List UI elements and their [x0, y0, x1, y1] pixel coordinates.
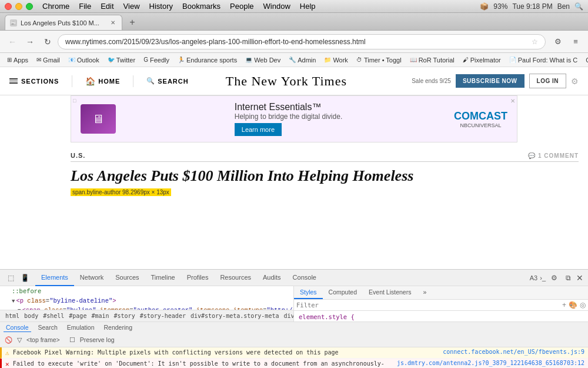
- bookmark-gmail[interactable]: ✉ Gmail: [33, 55, 64, 65]
- html-line[interactable]: <p class="byline-dateline">: [0, 297, 293, 306]
- console-message-source-2[interactable]: js.dmtry.com/antenna2.js?0_3879_12216463…: [397, 360, 584, 366]
- html-tag: >: [112, 297, 116, 304]
- bookmark-pixelmator[interactable]: 🖌 Pixelmator: [459, 55, 505, 65]
- shadow-icon[interactable]: ◎: [580, 301, 586, 309]
- triangle-icon[interactable]: [12, 299, 15, 304]
- menu-help[interactable]: Help: [300, 2, 316, 11]
- forward-button[interactable]: →: [22, 34, 38, 49]
- breadcrumb-story[interactable]: #story: [112, 312, 137, 320]
- devtools-tab-resources[interactable]: Resources: [214, 270, 257, 286]
- console-preserve-log-checkbox[interactable]: ☐: [69, 336, 75, 343]
- article-title: Los Angeles Puts $100 Million Into Helpi…: [71, 167, 579, 185]
- menu-people[interactable]: People: [230, 2, 253, 11]
- console-tab-emulation[interactable]: Emulation: [65, 323, 97, 331]
- menu-history[interactable]: History: [149, 2, 173, 11]
- bookmark-work[interactable]: 📁 Work: [320, 55, 351, 65]
- add-style-icon[interactable]: +: [562, 301, 566, 309]
- subscribe-button[interactable]: SUBSCRIBE NOW: [456, 74, 524, 88]
- menu-bookmarks[interactable]: Bookmarks: [182, 2, 220, 11]
- bookmark-twitter[interactable]: 🐦 Twitter: [104, 55, 139, 65]
- active-tab[interactable]: 📰 Los Angeles Puts $100 M... ✕: [5, 15, 122, 30]
- address-bar[interactable]: www.nytimes.com/2015/09/23/us/los-angele…: [58, 34, 546, 49]
- bookmark-apps[interactable]: ⊞ Apps: [4, 55, 32, 65]
- bookmark-webdev-label: Web Dev: [254, 57, 280, 64]
- back-button[interactable]: ←: [5, 34, 20, 49]
- menu-icon[interactable]: ≡: [568, 34, 583, 49]
- breadcrumb-body[interactable]: body: [22, 312, 40, 320]
- tab-favicon: 📰: [10, 19, 17, 26]
- styles-tab-more[interactable]: »: [417, 286, 432, 299]
- login-button[interactable]: LOG IN: [529, 74, 566, 88]
- search-button[interactable]: 🔍 SEARCH: [146, 77, 188, 85]
- ad-logo-text: COMCAST: [454, 110, 507, 122]
- devtools-tab-audits[interactable]: Audits: [257, 270, 287, 286]
- devtools-close-button[interactable]: ✕: [576, 273, 583, 283]
- bookmark-admin[interactable]: 🔧 Admin: [285, 55, 319, 65]
- devtools-tab-timeline[interactable]: Timeline: [145, 270, 181, 286]
- devtools-inspect-icon[interactable]: ⬚: [5, 272, 16, 284]
- breadcrumb-html[interactable]: html: [4, 312, 21, 320]
- devtools-dock-icon[interactable]: ⧉: [562, 272, 574, 284]
- bookmark-other[interactable]: Other Bookmarks ›: [582, 55, 588, 65]
- minimize-button[interactable]: [15, 3, 22, 10]
- bookmark-timer[interactable]: ⏱ Timer • Toggl: [353, 55, 405, 65]
- devtools-tab-console[interactable]: Console: [287, 270, 322, 286]
- refresh-button[interactable]: ↻: [40, 34, 55, 49]
- styles-tab-event-listeners[interactable]: Event Listeners: [363, 286, 417, 299]
- console-message-source-1[interactable]: connect.facebook.net/en_US/fbevents.js:9: [443, 349, 584, 355]
- menu-window[interactable]: Window: [263, 2, 290, 11]
- color-picker-icon[interactable]: 🎨: [569, 301, 577, 309]
- traffic-lights[interactable]: [5, 3, 33, 10]
- home-button[interactable]: 🏠 HOME: [85, 77, 120, 86]
- tab-bar: 📰 Los Angeles Puts $100 M... ✕ +: [0, 13, 588, 31]
- bookmark-paulford[interactable]: 📄 Paul Ford: What is C: [506, 55, 581, 65]
- breadcrumb-main[interactable]: #main: [89, 312, 111, 320]
- console-clear-icon[interactable]: 🚫: [5, 336, 12, 344]
- ad-logo: COMCAST NBCUNIVERSAL: [454, 110, 507, 128]
- devtools-settings-icon[interactable]: ⚙: [548, 272, 560, 284]
- bookmark-star-icon[interactable]: ☆: [532, 38, 538, 46]
- menu-chrome[interactable]: Chrome: [42, 2, 69, 11]
- console-tab-search[interactable]: Search: [36, 323, 60, 331]
- devtools-tab-profiles[interactable]: Profiles: [181, 270, 215, 286]
- html-line[interactable]: ::before: [0, 287, 293, 297]
- spotlight-icon[interactable]: 🔍: [574, 2, 583, 11]
- bookmark-pixelmator-label: Pixelmator: [470, 57, 501, 64]
- breadcrumb-story-meta[interactable]: div#story-meta.story-meta: [189, 312, 281, 320]
- extensions-icon[interactable]: ⚙: [550, 34, 566, 49]
- devtools-tab-network[interactable]: Network: [74, 270, 109, 286]
- bookmark-outlook[interactable]: 📧 Outlook: [65, 55, 103, 65]
- styles-tab-computed[interactable]: Computed: [323, 286, 363, 299]
- console-filter-icon[interactable]: ▽: [17, 336, 22, 343]
- styles-tab-styles[interactable]: Styles: [294, 286, 323, 299]
- breadcrumb-page[interactable]: #page: [67, 312, 88, 320]
- breadcrumb-shell[interactable]: #shell: [41, 312, 66, 320]
- sections-button[interactable]: SECTIONS: [9, 78, 59, 85]
- devtools-tab-sources[interactable]: Sources: [109, 270, 145, 286]
- devtools-tab-elements[interactable]: Elements: [35, 270, 74, 286]
- ror-icon: 📖: [410, 57, 417, 63]
- console-tab-console[interactable]: Console: [4, 323, 31, 332]
- ad-close-button[interactable]: ✕: [510, 98, 515, 104]
- settings-icon[interactable]: ⚙: [571, 77, 579, 86]
- menu-file[interactable]: File: [79, 2, 91, 11]
- styles-filter-input[interactable]: [296, 301, 560, 309]
- tab-close-button[interactable]: ✕: [109, 19, 117, 27]
- new-tab-button[interactable]: +: [125, 15, 140, 30]
- comment-count[interactable]: 💬 1 COMMENT: [528, 152, 579, 159]
- console-tab-rendering[interactable]: Rendering: [102, 323, 135, 331]
- close-button[interactable]: [5, 3, 12, 10]
- console-frame-selector[interactable]: <top frame>: [26, 336, 60, 343]
- ad-learn-button[interactable]: Learn more: [235, 123, 282, 136]
- menu-edit[interactable]: Edit: [101, 2, 113, 11]
- breadcrumb-story-meta-footer[interactable]: div#story-meta-footer.story-meta-footer: [282, 312, 293, 320]
- home-icon: 🏠: [85, 77, 96, 86]
- breadcrumb-story-header[interactable]: #story-header: [138, 312, 188, 320]
- maximize-button[interactable]: [26, 3, 33, 10]
- bookmark-ror[interactable]: 📖 RoR Tutorial: [406, 55, 458, 65]
- bookmark-feedly[interactable]: G Feedly: [140, 55, 173, 65]
- devtools-mobile-icon[interactable]: 📱: [19, 272, 31, 284]
- bookmark-endurance[interactable]: 🏃 Endurance sports: [174, 55, 240, 65]
- bookmark-webdev[interactable]: 💻 Web Dev: [242, 55, 284, 65]
- menu-view[interactable]: View: [123, 2, 140, 11]
